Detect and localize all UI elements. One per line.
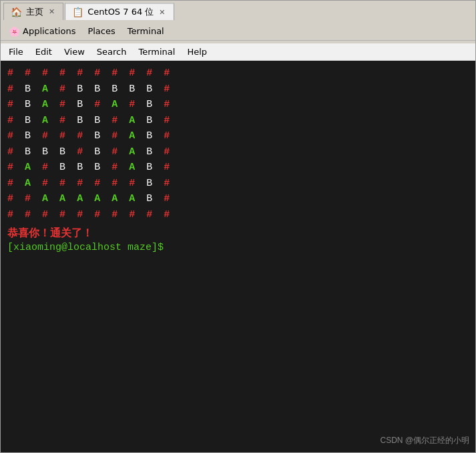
maze-cell: B [25,82,31,98]
maze-cell-space [68,82,74,98]
maze-cell-space [51,160,57,176]
maze-cell: # [59,114,65,129]
maze-cell: # [129,98,135,113]
maze-cell-space [16,192,22,207]
maze-cell: B [77,82,83,98]
maze-cell-space [16,129,22,144]
maze-cell: A [77,192,83,207]
maze-cell: # [77,208,83,223]
maze-cell: # [25,66,31,82]
home-tab-label: 主页 [26,6,43,18]
terminal-tab-close[interactable]: ✕ [158,8,166,17]
maze-cell: # [7,66,13,82]
maze-cell-space [120,160,126,176]
view-label: View [64,47,85,57]
maze-cell: # [7,160,13,176]
view-menu[interactable]: View [59,45,90,58]
maze-cell: # [164,176,170,192]
maze-cell-space [85,176,91,192]
applications-menu-item[interactable]: 🌸 Applications [3,25,81,38]
maze-cell-space [138,82,144,98]
terminal-tab[interactable]: 📋 CentOS 7 64 位 ✕ [65,3,174,20]
maze-cell: A [129,114,135,129]
maze-cell-space [103,208,109,223]
home-tab[interactable]: 🏠 主页 ✕ [3,3,63,20]
maze-cell: # [111,176,117,192]
maze-cell: # [7,192,13,207]
maze-row: # B # # # B # A B # [7,129,469,144]
home-tab-close[interactable]: ✕ [47,7,56,16]
maze-cell-space [51,114,57,129]
maze-cell-space [103,66,109,82]
maze-cell-space [33,192,39,207]
maze-cell-space [85,82,91,98]
maze-cell: A [129,129,135,144]
maze-cell: # [77,176,83,192]
maze-cell-space [68,129,74,144]
maze-cell-space [155,192,161,207]
maze-cell: # [111,114,117,129]
maze-cell: B [146,160,152,176]
maze-cell-space [16,98,22,113]
maze-cell: B [25,98,31,113]
applications-icon: 🌸 [9,26,20,37]
maze-cell-space [51,145,57,160]
maze-cell-space [33,114,39,129]
maze-cell: # [94,176,100,192]
maze-cell: A [25,176,31,192]
terminal-app-menu: File Edit View Search Terminal Help [1,43,475,61]
maze-cell: # [59,176,65,192]
maze-cell: B [59,160,65,176]
search-menu[interactable]: Search [91,45,132,58]
terminal-tab-icon: 📋 [72,7,83,17]
maze-cell: # [7,82,13,98]
maze-row: # B A # B # A # B # [7,98,469,113]
terminal-app-menu-item[interactable]: Terminal [133,45,180,58]
maze-cell-space [138,208,144,223]
maze-cell-space [85,160,91,176]
help-menu[interactable]: Help [182,45,212,58]
maze-cell-space [16,114,22,129]
maze-cell-space [33,98,39,113]
maze-cell: # [77,145,83,160]
maze-cell-space [33,208,39,223]
file-menu[interactable]: File [3,45,29,58]
maze-cell: B [146,176,152,192]
maze-cell-space [103,98,109,113]
maze-cell-space [120,176,126,192]
maze-cell: # [7,208,13,223]
gnome-menu-bar: 🌸 Applications Places Terminal [1,22,475,41]
maze-cell-space [85,66,91,82]
maze-cell-space [33,129,39,144]
maze-cell: B [77,114,83,129]
maze-row: # B A # B B B B B # [7,82,469,98]
maze-cell: B [146,129,152,144]
maze-cell: # [164,192,170,207]
maze-cell: # [164,160,170,176]
maze-cell-space [138,66,144,82]
maze-cell: # [42,160,48,176]
maze-cell-space [103,145,109,160]
maze-cell: B [77,160,83,176]
maze-cell: B [111,82,117,98]
maze-cell: A [42,114,48,129]
maze-cell: # [164,129,170,144]
maze-cell-space [68,98,74,113]
maze-cell: A [42,82,48,98]
main-window: 🏠 主页 ✕ 📋 CentOS 7 64 位 ✕ 🌸 Applications … [0,0,476,453]
maze-row: # # A A A A A A B # [7,192,469,207]
terminal-menu-item[interactable]: Terminal [122,25,170,37]
maze-cell: B [25,145,31,160]
maze-cell-space [155,98,161,113]
maze-row: # A # B B B # A B # [7,160,469,176]
maze-cell-space [103,192,109,207]
maze-cell-space [33,176,39,192]
maze-cell-space [155,160,161,176]
maze-cell: # [42,176,48,192]
terminal-body[interactable]: # # # # # # # # # ## B A # B B B B B ## … [1,61,475,452]
maze-cell-space [120,129,126,144]
maze-cell-space [103,82,109,98]
places-menu-item[interactable]: Places [82,25,120,37]
edit-menu[interactable]: Edit [30,45,57,58]
maze-cell: # [94,66,100,82]
